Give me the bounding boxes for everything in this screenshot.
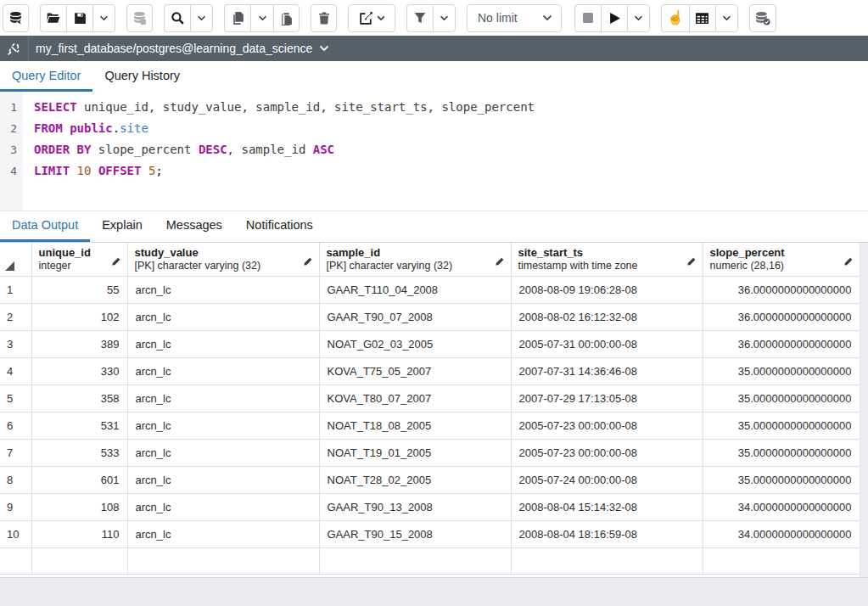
save-dropdown-button[interactable] (92, 4, 115, 32)
new-query-tool-button[interactable] (3, 4, 29, 32)
explain-button[interactable]: ☝ (661, 4, 689, 32)
vertical-scrollbar[interactable] (860, 243, 868, 577)
row-number[interactable]: 4 (0, 358, 31, 385)
row-number[interactable]: 5 (0, 385, 31, 412)
connection-selector[interactable]: my_first_database/postgres@learning_data… (29, 42, 329, 55)
execute-dropdown-button[interactable] (627, 4, 650, 32)
grid-cell-slope_percent[interactable]: 35.0000000000000000 (703, 440, 860, 467)
sql-line[interactable]: ORDER BY slope_percent DESC, sample_id A… (34, 139, 868, 160)
paste-button[interactable] (273, 4, 300, 32)
edit-dropdown-button[interactable] (348, 4, 395, 32)
row-number[interactable]: 7 (0, 440, 31, 467)
tab-explain[interactable]: Explain (90, 211, 154, 242)
macros-button[interactable] (749, 4, 776, 32)
copy-button[interactable] (224, 4, 250, 32)
grid-cell-site_start_ts[interactable]: 2005-07-23 00:00:00-08 (511, 412, 703, 440)
save-file-button[interactable] (66, 4, 92, 32)
grid-cell-study_value[interactable]: arcn_lc (127, 412, 319, 440)
connection-status-box[interactable] (0, 36, 29, 61)
grid-cell-study_value[interactable]: arcn_lc (127, 521, 319, 548)
grid-cell-site_start_ts[interactable]: 2007-07-31 14:36:46-08 (511, 358, 703, 385)
horizontal-scrollbar[interactable] (0, 577, 868, 606)
grid-cell-site_start_ts[interactable]: 2005-07-31 00:00:00-08 (511, 331, 703, 358)
row-number[interactable]: 6 (0, 412, 31, 440)
execute-button[interactable] (601, 4, 627, 32)
row-number[interactable]: 2 (0, 304, 31, 331)
row-number[interactable]: 3 (0, 331, 31, 358)
tab-query-history[interactable]: Query History (92, 61, 192, 92)
column-header-sample_id[interactable]: sample_id[PK] character varying (32) (319, 243, 511, 277)
grid-cell-unique_id[interactable]: 389 (31, 331, 127, 358)
find-dropdown-button[interactable] (190, 4, 213, 32)
grid-cell-slope_percent[interactable]: 35.0000000000000000 (703, 358, 860, 385)
grid-cell-study_value[interactable]: arcn_lc (127, 304, 319, 331)
explain-dropdown-button[interactable] (715, 4, 738, 32)
sql-line[interactable]: LIMIT 10 OFFSET 5; (34, 160, 868, 182)
column-header-unique_id[interactable]: unique_idinteger (31, 243, 127, 277)
grid-cell-site_start_ts[interactable]: 2008-08-04 15:14:32-08 (511, 494, 703, 521)
grid-cell-unique_id[interactable]: 358 (31, 385, 127, 412)
grid-cell-slope_percent[interactable]: 36.0000000000000000 (703, 277, 860, 304)
grid-cell-site_start_ts[interactable]: 2005-07-23 00:00:00-08 (511, 440, 703, 467)
grid-cell-sample_id[interactable]: KOVA_T75_05_2007 (319, 358, 511, 385)
grid-cell-unique_id[interactable]: 601 (31, 467, 127, 494)
grid-cell-unique_id[interactable]: 102 (31, 304, 127, 331)
grid-cell-sample_id[interactable]: GAAR_T90_07_2008 (319, 304, 511, 331)
grid-cell-site_start_ts[interactable]: 2007-07-29 17:13:05-08 (511, 385, 703, 412)
filter-button[interactable] (406, 4, 433, 32)
row-number[interactable]: 8 (0, 467, 31, 494)
row-limit-select[interactable]: No limit (467, 4, 562, 32)
explain-analyze-button[interactable] (689, 4, 715, 32)
row-number[interactable]: 1 (0, 277, 31, 304)
grid-cell-slope_percent[interactable]: 34.0000000000000000 (703, 521, 860, 548)
grid-cell-site_start_ts[interactable]: 2008-08-09 19:06:28-08 (511, 277, 703, 304)
column-header-study_value[interactable]: study_value[PK] character varying (32) (127, 243, 319, 277)
delete-button[interactable] (311, 4, 337, 32)
select-all-corner[interactable] (0, 243, 31, 277)
grid-cell-unique_id[interactable]: 531 (31, 412, 127, 440)
grid-cell-sample_id[interactable]: NOAT_T18_08_2005 (319, 412, 511, 440)
find-button[interactable] (164, 4, 190, 32)
grid-cell-slope_percent[interactable]: 35.0000000000000000 (703, 385, 860, 412)
grid-cell-study_value[interactable]: arcn_lc (127, 467, 319, 494)
grid-cell-slope_percent[interactable]: 35.0000000000000000 (703, 467, 860, 494)
open-file-button[interactable] (40, 4, 66, 32)
grid-cell-sample_id[interactable]: KOVA_T80_07_2007 (319, 385, 511, 412)
grid-cell-study_value[interactable]: arcn_lc (127, 440, 319, 467)
grid-cell-slope_percent[interactable]: 36.0000000000000000 (703, 331, 860, 358)
grid-cell-sample_id[interactable]: GAAR_T110_04_2008 (319, 277, 511, 304)
tab-data-output[interactable]: Data Output (0, 211, 90, 242)
grid-cell-sample_id[interactable]: NOAT_T19_01_2005 (319, 440, 511, 467)
sql-line[interactable]: FROM public.site (34, 118, 868, 139)
sql-line[interactable]: SELECT unique_id, study_value, sample_id… (34, 97, 868, 118)
row-number[interactable]: 10 (0, 521, 31, 548)
copy-dropdown-button[interactable] (250, 4, 273, 32)
grid-cell-unique_id[interactable]: 110 (31, 521, 127, 548)
tab-notifications[interactable]: Notifications (234, 211, 325, 242)
grid-cell-site_start_ts[interactable]: 2005-07-24 00:00:00-08 (511, 467, 703, 494)
grid-cell-sample_id[interactable]: GAAR_T90_15_2008 (319, 521, 511, 548)
grid-cell-study_value[interactable]: arcn_lc (127, 494, 319, 521)
grid-cell-study_value[interactable]: arcn_lc (127, 358, 319, 385)
grid-cell-site_start_ts[interactable]: 2008-08-04 18:16:59-08 (511, 521, 703, 548)
grid-cell-unique_id[interactable]: 108 (31, 494, 127, 521)
grid-cell-slope_percent[interactable]: 34.0000000000000000 (703, 494, 860, 521)
grid-cell-unique_id[interactable]: 533 (31, 440, 127, 467)
grid-cell-unique_id[interactable]: 55 (31, 277, 127, 304)
row-number[interactable]: 9 (0, 494, 31, 521)
grid-cell-sample_id[interactable]: NOAT_G02_03_2005 (319, 331, 511, 358)
grid-cell-study_value[interactable]: arcn_lc (127, 385, 319, 412)
grid-cell-site_start_ts[interactable]: 2008-08-02 16:12:32-08 (511, 304, 703, 331)
sql-code[interactable]: SELECT unique_id, study_value, sample_id… (23, 92, 868, 210)
column-header-slope_percent[interactable]: slope_percentnumeric (28,16) (703, 243, 860, 277)
column-header-site_start_ts[interactable]: site_start_tstimestamp with time zone (511, 243, 703, 277)
sql-editor[interactable]: 1234 SELECT unique_id, study_value, samp… (0, 92, 868, 210)
filter-dropdown-button[interactable] (433, 4, 456, 32)
grid-cell-unique_id[interactable]: 330 (31, 358, 127, 385)
grid-cell-study_value[interactable]: arcn_lc (127, 331, 319, 358)
tab-messages[interactable]: Messages (154, 211, 234, 242)
grid-cell-study_value[interactable]: arcn_lc (127, 277, 319, 304)
grid-cell-slope_percent[interactable]: 36.0000000000000000 (703, 304, 860, 331)
tab-query-editor[interactable]: Query Editor (0, 61, 92, 92)
grid-cell-sample_id[interactable]: GAAR_T90_13_2008 (319, 494, 511, 521)
